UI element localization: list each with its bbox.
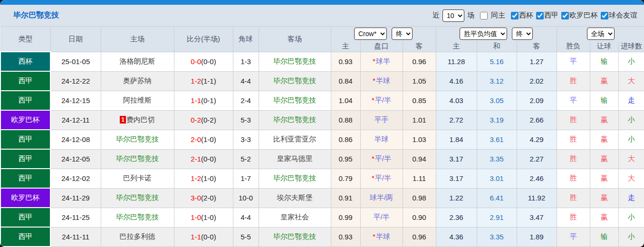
- sub-col-result-wdl: 胜负: [557, 41, 590, 52]
- home-team-name[interactable]: 巴拉多利德: [101, 227, 174, 247]
- away-team-name[interactable]: 比利亚雷亚尔: [259, 130, 331, 149]
- away-team-name[interactable]: 毕尔巴鄂竞技: [259, 227, 331, 247]
- recent-count-select[interactable]: 10: [442, 10, 464, 22]
- handicap-line: 半球: [360, 130, 403, 149]
- handicap-line: *平/半: [360, 149, 403, 169]
- avg-odds-draw: 3.35: [477, 227, 517, 247]
- col-header-score: 比分(半场): [174, 27, 233, 52]
- same-home-checkbox[interactable]: [480, 12, 488, 19]
- league-type-badge: 西甲: [0, 227, 50, 247]
- league-type-badge: 西甲: [0, 149, 50, 169]
- avg-odds-draw: 3.12: [477, 71, 517, 91]
- corners-score: 5-2: [233, 149, 259, 169]
- match-row: 西甲24-12-15阿拉维斯1-1(0-1)2-4毕尔巴鄂竞技1.04*平/半0…: [0, 91, 644, 110]
- odds-home: 0.86: [331, 130, 360, 149]
- home-team-name[interactable]: 毕尔巴鄂竞技: [101, 208, 174, 227]
- league-filter-2[interactable]: 西甲: [533, 11, 558, 20]
- bookmaker-time-select[interactable]: 终: [392, 28, 413, 40]
- league-filter-1[interactable]: 西杯: [508, 11, 533, 20]
- avg-odds-home: 4.03: [436, 91, 477, 110]
- away-team-name[interactable]: 埃尔夫斯堡: [259, 188, 331, 208]
- avg-odds-draw: 3.05: [477, 91, 517, 110]
- result-win-draw-lose: 平: [557, 91, 590, 110]
- match-row: 西甲24-12-08毕尔巴鄂竞技2-0(1-0)3-3比利亚雷亚尔0.86半球1…: [0, 130, 644, 149]
- match-odds-panel: 毕尔巴鄂竞技 近 10 场 同主 西杯西甲欧罗巴杯球会友谊 类型 日期 主场 比…: [0, 0, 644, 247]
- avg-odds-home: 11.28: [436, 52, 477, 71]
- home-team-name[interactable]: 1费内巴切: [101, 110, 174, 130]
- result-win-draw-lose: 平: [557, 52, 590, 71]
- match-row: 西甲24-11-25毕尔巴鄂竞技1-0(1-0)4-4皇家社会0.99平/半0.…: [0, 208, 644, 227]
- avg-odds-away: 2.66: [517, 110, 557, 130]
- odds-away: 0.96: [403, 227, 436, 247]
- odds-away: 0.96: [403, 52, 436, 71]
- odds-away: 1.11: [403, 169, 436, 188]
- odds-away: 0.98: [403, 188, 436, 208]
- league-type-badge: 西杯: [0, 52, 50, 71]
- league-filter-checkbox[interactable]: [536, 12, 544, 19]
- league-filter-4[interactable]: 球会友谊: [598, 11, 637, 20]
- league-filter-label: 西甲: [544, 11, 558, 20]
- home-team-name[interactable]: 洛格朗尼斯: [101, 52, 174, 71]
- home-team-name[interactable]: 巴列卡诺: [101, 169, 174, 188]
- average-time-select[interactable]: 终: [512, 28, 533, 40]
- result-goals: 小: [618, 130, 644, 149]
- league-type-badge: 西甲: [0, 91, 50, 110]
- bookmaker-select[interactable]: Crow*: [354, 28, 387, 40]
- col-header-away: 客场: [259, 27, 331, 52]
- sub-col-avg-draw: 和: [477, 41, 517, 52]
- match-score: 0-2(0-2): [174, 110, 233, 130]
- away-team-name[interactable]: 毕尔巴鄂竞技: [259, 91, 331, 110]
- odds-home: 0.95: [331, 149, 360, 169]
- handicap-line: 球半/两: [360, 188, 403, 208]
- match-row: 欧罗巴杯24-12-111费内巴切0-2(0-2)5-3毕尔巴鄂竞技0.88平手…: [0, 110, 644, 130]
- away-team-name[interactable]: 毕尔巴鄂竞技: [259, 52, 331, 71]
- match-date: 24-12-11: [50, 110, 101, 130]
- title-bar: 毕尔巴鄂竞技 近 10 场 同主 西杯西甲欧罗巴杯球会友谊: [0, 5, 644, 26]
- league-type-badge: 西甲: [0, 169, 50, 188]
- league-type-badge: 西甲: [0, 208, 50, 227]
- odds-home: 0.88: [331, 110, 360, 130]
- result-handicap: 赢: [590, 71, 618, 91]
- match-date: 24-11-29: [50, 188, 101, 208]
- home-team-name[interactable]: 毕尔巴鄂竞技: [101, 149, 174, 169]
- scope-select[interactable]: 全场: [587, 28, 615, 40]
- page-title: 毕尔巴鄂竞技: [13, 10, 59, 20]
- match-date: 24-11-25: [50, 208, 101, 227]
- average-header-cell: 胜平负均值 终: [436, 27, 557, 41]
- home-team-name[interactable]: 毕尔巴鄂竞技: [101, 188, 174, 208]
- home-team-name[interactable]: 毕尔巴鄂竞技: [101, 130, 174, 149]
- result-handicap: 输: [590, 52, 618, 71]
- handicap-changed-star: *: [373, 232, 375, 240]
- handicap-line: *半球: [360, 227, 403, 247]
- result-goals: 小: [618, 208, 644, 227]
- sub-col-result-goals: 进球数: [618, 41, 644, 52]
- corners-score: 4-4: [233, 71, 259, 91]
- league-filter-label: 球会友谊: [609, 11, 637, 20]
- home-team-name[interactable]: 奥萨苏纳: [101, 71, 174, 91]
- average-type-select[interactable]: 胜平负均值: [460, 28, 507, 40]
- avg-odds-draw: 3.01: [477, 169, 517, 188]
- away-team-name[interactable]: 皇家社会: [259, 208, 331, 227]
- league-filter-checkbox[interactable]: [601, 12, 608, 19]
- result-win-draw-lose: 胜: [557, 208, 590, 227]
- corners-score: 4-4: [233, 208, 259, 227]
- avg-odds-home: 3.17: [436, 169, 477, 188]
- league-filter-3[interactable]: 欧罗巴杯: [558, 11, 598, 20]
- scope-header-cell: 全场: [557, 27, 644, 41]
- home-team-name[interactable]: 阿拉维斯: [101, 91, 174, 110]
- result-win-draw-lose: 胜: [557, 71, 590, 91]
- sub-col-odds-away: 客: [403, 41, 436, 52]
- match-row: 西杯25-01-05洛格朗尼斯0-0(0-0)1-3毕尔巴鄂竞技0.93*球半0…: [0, 52, 644, 71]
- away-team-name[interactable]: 皇家马德里: [259, 149, 331, 169]
- away-team-name[interactable]: 毕尔巴鄂竞技: [259, 169, 331, 188]
- col-header-type: 类型: [0, 27, 50, 52]
- league-filter-checkbox[interactable]: [561, 12, 569, 19]
- avg-odds-home: 2.72: [436, 110, 477, 130]
- away-team-name[interactable]: 毕尔巴鄂竞技: [259, 110, 331, 130]
- handicap-line: *平/半: [360, 169, 403, 188]
- league-filter-checkbox[interactable]: [511, 12, 519, 19]
- team-rank-badge: 1: [120, 116, 126, 124]
- league-type-badge: 西甲: [0, 130, 50, 149]
- matches-label: 场: [467, 11, 474, 20]
- away-team-name[interactable]: 毕尔巴鄂竞技: [259, 71, 331, 91]
